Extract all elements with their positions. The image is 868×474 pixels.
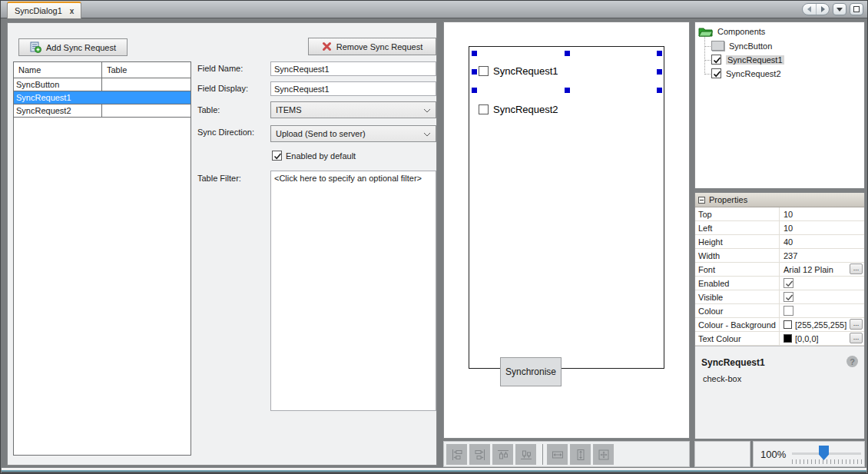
canvas-checkbox-label: SyncRequest1: [493, 65, 558, 77]
help-icon[interactable]: ?: [846, 356, 858, 367]
canvas-checkbox-syncrequest1[interactable]: SyncRequest1: [479, 65, 558, 77]
align-bottom-button[interactable]: [515, 444, 536, 465]
property-value: [0,0,0]: [795, 334, 819, 343]
tree-item-syncrequest2[interactable]: SyncRequest2: [711, 68, 781, 78]
remove-button-label: Remove Sync Request: [336, 42, 423, 51]
dialog-design-canvas[interactable]: SyncRequest1 SyncRequest2 Synchronise: [443, 22, 690, 439]
selection-handle-top-right[interactable]: [657, 51, 662, 56]
designer-window: SyncDialog1 x Add Sync Request: [0, 0, 868, 474]
property-value: [255,255,255]: [795, 320, 846, 330]
selection-handle-bottom-right[interactable]: [657, 88, 662, 93]
chevron-down-icon: [423, 132, 431, 137]
tab-label: SyncDialog1: [15, 6, 62, 15]
properties-header-label: Properties: [709, 195, 747, 204]
table-select[interactable]: ITEMS: [270, 101, 436, 118]
field-display-input[interactable]: SyncRequest1: [270, 81, 436, 96]
alignment-toolbar: [443, 441, 690, 467]
enabled-by-default-label: Enabled by default: [286, 151, 356, 161]
table-filter-input[interactable]: <Click here to specify an optional filte…: [270, 171, 436, 411]
table-row-selected[interactable]: SyncRequest1: [14, 91, 190, 104]
tab-strip: SyncDialog1 x: [1, 1, 867, 18]
ellipsis-button[interactable]: ...: [850, 333, 863, 343]
checkbox-unchecked-icon: [479, 66, 489, 76]
add-sync-request-button[interactable]: Add Sync Request: [18, 38, 128, 56]
property-row-colour: Colour: [695, 304, 864, 318]
properties-header[interactable]: Properties: [695, 193, 864, 207]
cell-table: [102, 78, 104, 91]
ellipsis-button[interactable]: ...: [850, 319, 863, 330]
table-header-row: Name Table: [14, 62, 190, 78]
selection-handle-top-left[interactable]: [472, 51, 477, 56]
tree-item-syncbutton[interactable]: SyncButton: [711, 41, 772, 51]
chevron-down-icon: [423, 108, 431, 113]
checkbox-checked-icon[interactable]: [784, 292, 793, 302]
align-top-button[interactable]: [492, 444, 513, 465]
synchronise-button-label: Synchronise: [505, 366, 556, 377]
zoom-slider-ticks: [792, 459, 862, 464]
sync-request-table: Name Table SyncButton SyncRequest1 SyncR…: [13, 61, 191, 456]
tab-close-icon[interactable]: x: [70, 7, 75, 15]
zoom-slider-thumb[interactable]: [819, 446, 829, 460]
selection-handle-mid-right[interactable]: [657, 69, 662, 75]
enabled-by-default-checkbox[interactable]: Enabled by default: [272, 151, 356, 161]
property-value: 40: [784, 237, 793, 247]
maximize-icon: [853, 6, 860, 12]
cell-name: SyncButton: [14, 78, 102, 91]
make-same-size-button[interactable]: [593, 444, 614, 465]
make-same-height-button[interactable]: [570, 444, 591, 465]
align-left-button[interactable]: [446, 444, 467, 465]
canvas-synchronise-button[interactable]: Synchronise: [500, 357, 562, 386]
components-tree: Components SyncButton SyncRequest1 SyncR…: [695, 22, 864, 188]
maximize-button[interactable]: [850, 3, 863, 15]
table-row[interactable]: SyncRequest2: [14, 104, 190, 118]
sync-direction-select[interactable]: Upload (Send to server): [270, 125, 436, 142]
toolbar-separator: [542, 444, 543, 465]
make-same-width-button[interactable]: [547, 444, 568, 465]
tree-item-label: SyncRequest1: [726, 55, 784, 65]
table-row[interactable]: SyncButton: [14, 78, 190, 91]
add-document-icon: [30, 41, 41, 53]
add-button-label: Add Sync Request: [46, 43, 116, 52]
tree-item-label: SyncButton: [729, 41, 772, 51]
zoom-percentage-label: 100%: [760, 449, 786, 460]
tab-syncdialog1[interactable]: SyncDialog1 x: [7, 2, 81, 18]
property-value: 237: [784, 251, 797, 260]
properties-grid: Properties Top 10 Left 10 Height 40 Widt…: [695, 193, 864, 346]
field-name-input[interactable]: SyncRequest1: [270, 61, 436, 76]
selection-handle-bottom-left[interactable]: [472, 88, 477, 93]
scroll-right-icon: [821, 6, 825, 12]
property-value: Arial 12 Plain: [784, 265, 833, 274]
canvas-checkbox-syncrequest2[interactable]: SyncRequest2: [479, 104, 558, 115]
tab-nav-buttons: [802, 3, 863, 15]
remove-sync-request-button[interactable]: Remove Sync Request: [308, 38, 436, 55]
ellipsis-button[interactable]: ...: [850, 264, 863, 274]
same-height-icon: [575, 449, 587, 461]
color-swatch-black: [784, 334, 792, 343]
tree-root-label: Components: [717, 27, 765, 36]
table-filter-placeholder: <Click here to specify an optional filte…: [274, 174, 422, 183]
scroll-left-button[interactable]: [803, 4, 816, 15]
designed-dialog-surface[interactable]: SyncRequest1 SyncRequest2 Synchronise: [469, 46, 664, 369]
selection-handle-bottom-center[interactable]: [565, 88, 570, 93]
sync-requests-panel: Add Sync Request Remove Sync Request Nam…: [7, 22, 437, 466]
tab-list-dropdown-button[interactable]: [833, 3, 846, 15]
canvas-checkbox-label: SyncRequest2: [493, 104, 558, 115]
property-row-text-colour: Text Colour [0,0,0] ...: [695, 332, 864, 346]
tab-scroll-buttons: [802, 3, 830, 15]
selection-handle-mid-left[interactable]: [472, 69, 477, 75]
folder-icon: [698, 26, 713, 37]
description-title: SyncRequest1: [701, 357, 765, 368]
tree-root-components[interactable]: Components: [698, 26, 765, 37]
checkbox-unchecked-icon[interactable]: [784, 306, 793, 316]
zoom-control: 100%: [753, 441, 865, 467]
property-row-visible: Visible: [695, 290, 864, 304]
selection-handle-top-center[interactable]: [565, 51, 570, 56]
scroll-right-button[interactable]: [816, 4, 829, 15]
scroll-left-icon: [807, 6, 811, 12]
property-row-enabled: Enabled: [695, 277, 864, 290]
collapse-icon[interactable]: [698, 197, 705, 204]
checkbox-checked-icon[interactable]: [784, 278, 793, 288]
tree-item-syncrequest1[interactable]: SyncRequest1: [711, 55, 784, 65]
field-display-label: Field Display:: [197, 84, 248, 93]
align-right-button[interactable]: [469, 444, 490, 465]
